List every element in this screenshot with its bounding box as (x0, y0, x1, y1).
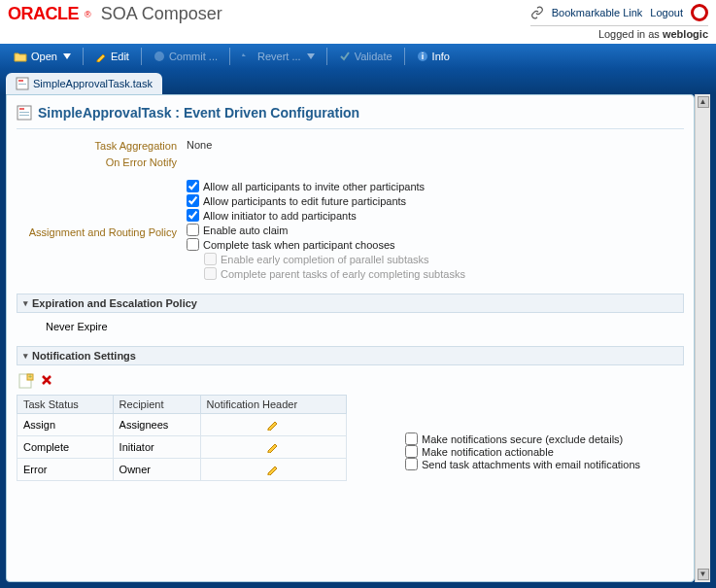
routing-policy-row: Assignment and Routing Policy Allow all … (17, 180, 684, 280)
cb-allow-invite[interactable]: Allow all participants to invite other p… (187, 180, 465, 192)
file-tab[interactable]: SimpleApprovalTask.task (6, 73, 162, 94)
on-error-notify-row: On Error Notify (17, 156, 684, 168)
info-label: Info (432, 51, 450, 62)
task-aggregation-label: Task Aggregation (17, 139, 187, 152)
pencil-icon (266, 462, 280, 475)
expiration-value: Never Expire (17, 321, 684, 332)
check-icon (339, 51, 351, 62)
cb-complete-when-chooses-input[interactable] (187, 238, 199, 251)
commit-icon (153, 51, 165, 62)
edit-button[interactable]: Edit (87, 48, 137, 65)
scroll-down-arrow[interactable]: ▼ (698, 569, 709, 580)
toolbar-separator (83, 48, 84, 65)
link-icon (530, 6, 544, 19)
cb-allow-edit-future[interactable]: Allow participants to edit future partic… (187, 194, 465, 207)
col-task-status: Task Status (17, 396, 114, 414)
cb-complete-when-chooses[interactable]: Complete task when participant chooses (187, 238, 465, 251)
cell-recipient: Assignees (113, 414, 200, 436)
svg-rect-9 (19, 115, 29, 116)
revert-icon (242, 51, 254, 62)
disclosure-icon: ▾ (23, 351, 28, 361)
bookmarkable-link[interactable]: Bookmarkable Link (552, 7, 643, 18)
registered-mark: ® (85, 10, 91, 19)
dropdown-arrow-icon (307, 53, 315, 59)
validate-label: Validate (355, 51, 392, 62)
tab-bar: SimpleApprovalTask.task (0, 69, 716, 94)
logout-link[interactable]: Logout (650, 7, 683, 18)
cb-label: Allow initiator to add participants (203, 210, 357, 222)
cell-status: Assign (17, 414, 114, 436)
notification-right-checkboxes: Make notifications secure (exclude detai… (405, 432, 684, 470)
task-aggregation-row: Task Aggregation None (17, 139, 684, 152)
logo-brand: ORACLE (8, 4, 79, 24)
cb-label: Allow participants to edit future partic… (203, 195, 406, 207)
cb-early-completion: Enable early completion of parallel subt… (204, 253, 465, 265)
vertical-scrollbar[interactable]: ▲ ▼ (695, 94, 710, 582)
open-button[interactable]: Open (6, 48, 79, 65)
cb-label: Complete task when participant chooses (203, 239, 395, 251)
scroll-up-arrow[interactable]: ▲ (698, 96, 709, 108)
tab-filename: SimpleApprovalTask.task (33, 78, 153, 89)
commit-label: Commit ... (169, 51, 218, 62)
app-header: ORACLE® SOA Composer Bookmarkable Link L… (0, 0, 716, 42)
content-pane: SimpleApprovalTask : Event Driven Config… (6, 94, 695, 582)
add-notification-button[interactable]: + (18, 373, 34, 391)
cb-complete-parent: Complete parent tasks of early completin… (204, 267, 465, 280)
pencil-icon (266, 439, 280, 453)
logo-product: SOA Composer (101, 4, 222, 24)
cb-secure-input[interactable] (405, 432, 418, 445)
cb-label: Enable auto claim (203, 225, 288, 236)
add-icon: + (18, 373, 34, 389)
svg-rect-5 (18, 84, 26, 85)
cb-auto-claim[interactable]: Enable auto claim (187, 224, 465, 236)
table-row[interactable]: ErrorOwner (17, 459, 347, 481)
validate-button[interactable]: Validate (331, 48, 400, 65)
delete-notification-button[interactable] (40, 373, 53, 391)
cb-send-attachments[interactable]: Send task attachments with email notific… (405, 458, 684, 470)
cb-allow-invite-input[interactable] (187, 180, 199, 192)
cb-label: Make notifications secure (exclude detai… (422, 433, 623, 445)
cb-secure-notifications[interactable]: Make notifications secure (exclude detai… (405, 432, 684, 445)
table-row[interactable]: AssignAssignees (17, 414, 347, 436)
revert-label: Revert ... (257, 51, 301, 62)
cell-edit-header[interactable] (200, 459, 346, 481)
cb-allow-initiator-add[interactable]: Allow initiator to add participants (187, 209, 465, 222)
notification-section-header[interactable]: ▾ Notification Settings (17, 346, 684, 365)
svg-point-0 (154, 52, 164, 61)
page-title-text: SimpleApprovalTask : Event Driven Config… (38, 105, 359, 121)
cb-auto-claim-input[interactable] (187, 224, 199, 236)
cb-send-attachments-input[interactable] (405, 458, 418, 470)
info-icon: i (417, 51, 428, 62)
svg-rect-7 (19, 108, 24, 110)
cb-actionable[interactable]: Make notification actionable (405, 445, 684, 458)
cb-early-completion-input (204, 253, 217, 265)
cell-edit-header[interactable] (200, 436, 346, 459)
info-button[interactable]: i Info (409, 48, 458, 65)
content-wrap: SimpleApprovalTask : Event Driven Config… (0, 94, 716, 588)
disclosure-icon: ▾ (23, 298, 28, 308)
expiration-section-header[interactable]: ▾ Expiration and Escalation Policy (17, 294, 684, 313)
commit-button[interactable]: Commit ... (146, 48, 225, 65)
folder-open-icon (14, 51, 27, 62)
open-label: Open (31, 51, 57, 62)
cb-actionable-input[interactable] (405, 445, 418, 458)
notification-table: Task Status Recipient Notification Heade… (17, 395, 347, 481)
dropdown-arrow-icon (63, 53, 71, 59)
svg-rect-8 (19, 112, 29, 113)
task-icon (17, 105, 32, 121)
cb-allow-initiator-add-input[interactable] (187, 209, 199, 222)
cb-label: Make notification actionable (422, 446, 554, 458)
col-notification-header: Notification Header (200, 396, 346, 414)
pencil-icon (95, 51, 107, 62)
cb-allow-edit-future-input[interactable] (187, 194, 199, 207)
cb-label: Enable early completion of parallel subt… (221, 254, 429, 265)
page-title: SimpleApprovalTask : Event Driven Config… (17, 103, 684, 129)
logo-area: ORACLE® SOA Composer (8, 4, 222, 24)
on-error-notify-label: On Error Notify (17, 156, 187, 168)
toolbar-separator (404, 48, 405, 65)
cell-edit-header[interactable] (200, 414, 346, 436)
revert-button[interactable]: Revert ... (234, 48, 323, 65)
cell-status: Error (17, 459, 114, 481)
cb-label: Send task attachments with email notific… (422, 459, 640, 470)
table-row[interactable]: CompleteInitiator (17, 436, 347, 459)
